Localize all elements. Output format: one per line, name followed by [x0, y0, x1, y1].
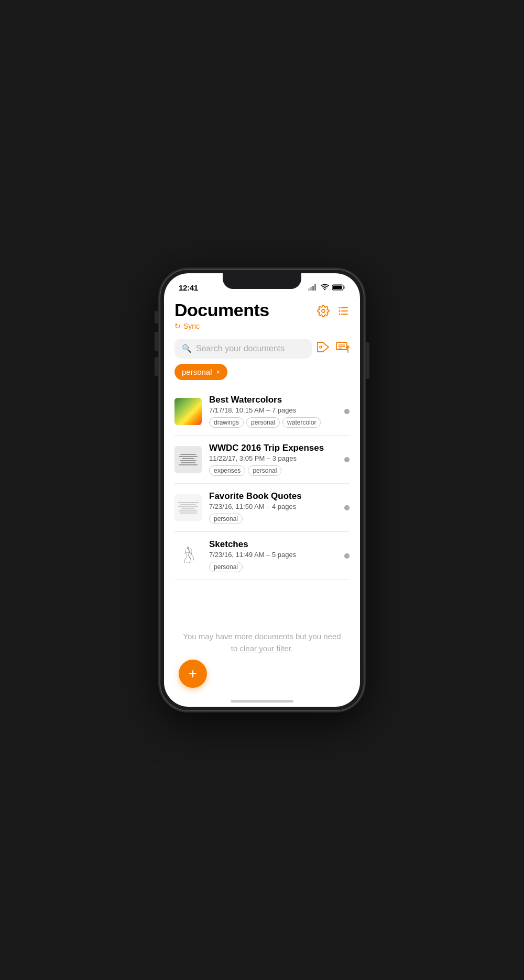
doc-tag[interactable]: personal: [246, 417, 280, 428]
header-right: [317, 300, 350, 320]
thumb-book-line: [178, 506, 198, 507]
doc-thumbnail-book: [174, 494, 202, 521]
doc-tag[interactable]: watercolor: [282, 417, 321, 428]
settings-icon[interactable]: [317, 305, 330, 320]
doc-info: Sketches 7/23/16, 11:49 AM – 5 pages per…: [209, 539, 337, 572]
svg-rect-0: [308, 288, 310, 291]
thumb-line: [182, 458, 194, 459]
chip-close-icon[interactable]: ×: [216, 368, 221, 376]
sketch-svg: [177, 544, 200, 567]
thumb-line: [179, 464, 198, 465]
thumb-line: [180, 460, 196, 461]
thumb-lines: [179, 454, 198, 465]
doc-tag[interactable]: personal: [209, 514, 243, 524]
notch: [223, 273, 301, 289]
thumb-line: [180, 454, 196, 455]
status-icons: [308, 284, 345, 291]
page-title: Documents: [174, 300, 269, 320]
doc-title: Favorite Book Quotes: [209, 491, 337, 502]
chip-label: personal: [182, 368, 212, 376]
svg-point-13: [320, 346, 322, 348]
svg-rect-1: [310, 287, 312, 291]
doc-status-dot: [344, 457, 350, 462]
doc-meta: 11/22/17, 3:05 PM – 3 pages: [209, 454, 337, 462]
svg-point-19: [187, 547, 189, 549]
thumb-book-line: [180, 504, 196, 505]
thumb-book-line: [178, 502, 199, 503]
tag-filter-icon[interactable]: [317, 341, 331, 356]
sync-label: Sync: [183, 322, 200, 330]
doc-info: WWDC 2016 Trip Expenses 11/22/17, 3:05 P…: [209, 443, 337, 476]
home-indicator: [231, 700, 293, 703]
power-button: [366, 342, 369, 379]
doc-tag[interactable]: personal: [209, 562, 243, 572]
phone-screen: 12:41: [164, 273, 360, 707]
status-time: 12:41: [179, 283, 198, 292]
doc-tags: expenses personal: [209, 465, 337, 476]
doc-tag[interactable]: drawings: [209, 417, 244, 428]
thumb-book-line: [179, 510, 197, 511]
svg-rect-14: [336, 342, 347, 350]
header: Documents ↻ Sync: [174, 296, 350, 330]
doc-tags: personal: [209, 562, 337, 572]
thumb-book-line: [180, 513, 197, 514]
signal-icon: [308, 284, 318, 291]
add-document-fab[interactable]: +: [179, 660, 207, 688]
thumb-line: [181, 462, 195, 463]
doc-title: WWDC 2016 Trip Expenses: [209, 443, 337, 453]
search-row: 🔍 Search your documents: [174, 339, 350, 359]
doc-info: Best Watercolors 7/17/18, 10:15 AM – 7 p…: [209, 395, 337, 428]
svg-point-7: [339, 307, 341, 309]
svg-rect-3: [314, 284, 316, 291]
search-actions: [317, 341, 350, 356]
clear-filter-link[interactable]: clear your filter: [239, 644, 291, 653]
volume-up-button: [155, 332, 158, 351]
phone-frame: 12:41: [160, 269, 364, 711]
doc-meta: 7/23/16, 11:49 AM – 5 pages: [209, 551, 337, 559]
doc-tags: personal: [209, 514, 337, 524]
doc-thumbnail-wwdc: [174, 446, 202, 473]
svg-point-11: [339, 314, 341, 315]
sync-row[interactable]: ↻ Sync: [174, 322, 269, 330]
doc-thumbnail-sketch: [174, 542, 202, 570]
sort-icon[interactable]: [336, 342, 350, 356]
svg-rect-5: [344, 286, 345, 289]
list-icon[interactable]: [337, 305, 350, 320]
doc-tag[interactable]: personal: [248, 465, 281, 476]
app-content: Documents ↻ Sync: [164, 296, 360, 707]
doc-title: Sketches: [209, 539, 337, 550]
filter-chips: personal ×: [174, 364, 350, 380]
doc-title: Best Watercolors: [209, 395, 337, 405]
doc-status-dot: [344, 409, 350, 414]
doc-tags: drawings personal watercolor: [209, 417, 337, 428]
doc-meta: 7/17/18, 10:15 AM – 7 pages: [209, 406, 337, 414]
personal-filter-chip[interactable]: personal ×: [174, 364, 227, 380]
doc-thumbnail-watercolor: [174, 398, 202, 425]
document-list: Best Watercolors 7/17/18, 10:15 AM – 7 p…: [174, 387, 350, 618]
search-placeholder: Search your documents: [196, 344, 285, 353]
document-item[interactable]: Best Watercolors 7/17/18, 10:15 AM – 7 p…: [174, 387, 350, 436]
search-magnifier-icon: 🔍: [182, 344, 192, 353]
svg-rect-6: [333, 286, 342, 289]
doc-status-dot: [344, 505, 350, 510]
battery-icon: [332, 284, 345, 291]
thumb-line: [179, 456, 198, 457]
wifi-icon: [321, 284, 329, 291]
document-item[interactable]: Sketches 7/23/16, 11:49 AM – 5 pages per…: [174, 532, 350, 580]
search-bar[interactable]: 🔍 Search your documents: [174, 339, 312, 359]
header-left: Documents ↻ Sync: [174, 300, 269, 330]
doc-tag[interactable]: expenses: [209, 465, 245, 476]
document-item[interactable]: WWDC 2016 Trip Expenses 11/22/17, 3:05 P…: [174, 436, 350, 484]
silent-switch: [155, 311, 158, 324]
document-item[interactable]: Favorite Book Quotes 7/23/16, 11:50 AM –…: [174, 484, 350, 532]
footer-suffix: .: [291, 644, 293, 653]
sync-icon: ↻: [174, 322, 181, 330]
doc-status-dot: [344, 553, 350, 559]
svg-point-9: [339, 310, 341, 312]
volume-down-button: [155, 357, 158, 376]
thumb-book-line: [181, 508, 195, 509]
doc-meta: 7/23/16, 11:50 AM – 4 pages: [209, 503, 337, 510]
svg-rect-2: [312, 286, 314, 291]
doc-info: Favorite Book Quotes 7/23/16, 11:50 AM –…: [209, 491, 337, 524]
